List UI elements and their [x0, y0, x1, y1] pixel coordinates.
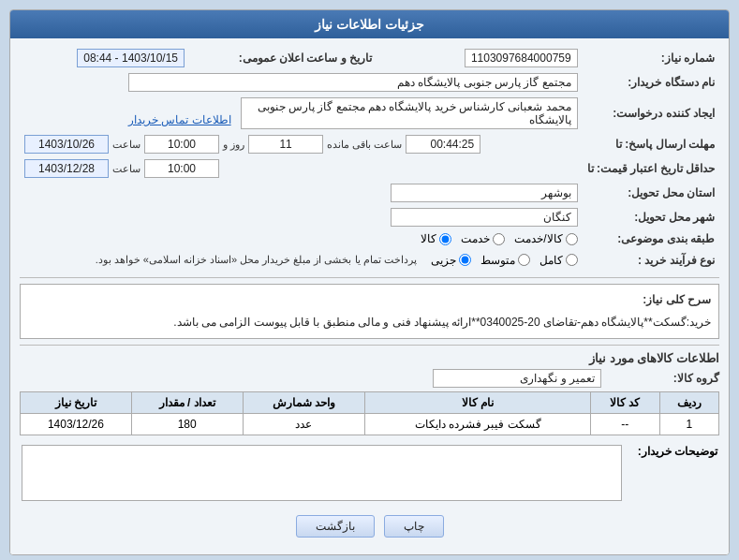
table-row: 1 -- گسکت فیبر فشرده دایکات عدد 180 1403… — [21, 413, 719, 435]
tabaqe-kala-khidmat[interactable]: کالا/خدمت — [514, 232, 577, 245]
navoe-kamil[interactable]: کامل — [539, 254, 578, 267]
sarj-text: خرید:گسکت**پالایشگاه دهم-تقاضای 20-03400… — [28, 313, 711, 332]
navoe-note: پرداخت تمام یا بخشی از مبلغ خریدار محل «… — [91, 251, 421, 269]
tabaqe-khidmat[interactable]: خدمت — [461, 232, 505, 245]
items-table: ردیف کد کالا نام کالا واحد شمارش تعداد /… — [20, 391, 719, 435]
divider-2 — [20, 345, 719, 346]
shomare-niaz-value: 1103097684000759 — [465, 49, 578, 67]
print-button[interactable]: چاپ — [384, 515, 444, 538]
radio-kala[interactable] — [439, 233, 451, 245]
radio-motevaset[interactable] — [518, 254, 530, 266]
tozih-textarea[interactable] — [22, 445, 622, 501]
tabaqe-kala[interactable]: کالا — [421, 232, 451, 245]
navoe-jozi[interactable]: جزیی — [431, 254, 471, 267]
radio-kamil[interactable] — [566, 254, 578, 266]
tarikh-label: تاریخ و ساعت اعلان عمومی: — [189, 46, 377, 70]
navoe-motevaset[interactable]: متوسط — [480, 254, 530, 267]
roz-value: 11 — [248, 135, 323, 154]
col-nam: نام کالا — [365, 391, 591, 413]
content-area: شماره نیاز: 1103097684000759 تاریخ و ساع… — [10, 38, 729, 554]
info-table: شماره نیاز: 1103097684000759 تاریخ و ساع… — [20, 46, 719, 272]
sarj-title: سرح کلی نیاز: — [28, 290, 711, 309]
col-vahed: واحد شمارش — [243, 391, 365, 413]
row-nam: گسکت فیبر فشرده دایکات — [365, 413, 591, 435]
nam-dastgah-label: نام دستگاه خریدار: — [583, 70, 719, 95]
tozih-label: توضیحات خریدار: — [624, 445, 717, 504]
baqi-value: 00:44:25 — [406, 135, 480, 154]
items-title: اطلاعات کالاهای مورد نیاز — [20, 351, 719, 365]
ij-konande-link[interactable]: اطلاعات تماس خریدار — [128, 113, 231, 126]
hadag-tarikh-value: 1403/12/28 — [24, 159, 109, 178]
navoe-farayand-label: نوع فرآیند خرید : — [583, 248, 719, 272]
ostan-label: استان محل تحویل: — [583, 181, 719, 205]
sarj-box: سرح کلی نیاز: خرید:گسکت**پالایشگاه دهم-ت… — [20, 284, 719, 339]
radio-kala-khidmat[interactable] — [566, 233, 578, 245]
row-tarikh: 1403/12/26 — [21, 413, 132, 435]
baqi-label: ساعت باقی مانده — [327, 139, 402, 151]
page-title: جزئیات اطلاعات نیاز — [10, 10, 729, 38]
hadag-tarikh-label: حداقل تاریخ اعتبار قیمت: تا — [583, 156, 719, 181]
shomare-niaz-label: شماره نیاز: — [583, 46, 719, 70]
tozih-section: توضیحات خریدار: — [20, 443, 719, 506]
saat-ersal-label: ساعت — [112, 139, 140, 151]
col-tedaad: تعداد / مقدار — [131, 391, 243, 413]
shahr-label: شهر محل تحویل: — [583, 205, 719, 229]
ij-konande-label: ایجاد کننده درخواست: — [583, 95, 719, 132]
button-row: چاپ بازگشت — [20, 515, 719, 547]
tabaqe-label: طبقه بندی موضوعی: — [583, 229, 719, 248]
radio-khidmat[interactable] — [493, 233, 505, 245]
row-tedaad: 180 — [131, 413, 243, 435]
col-radif: ردیف — [659, 391, 718, 413]
ostan-value: بوشهر — [391, 184, 578, 202]
back-button[interactable]: بازگشت — [296, 515, 375, 538]
hadag-saat-value: 10:00 — [144, 159, 219, 178]
tarikh-value: 1403/10/15 - 08:44 — [77, 49, 185, 67]
saat-ersal-value: 10:00 — [144, 135, 219, 154]
navoe-group: کامل متوسط جزیی — [431, 254, 578, 267]
group-row: گروه کالا: تعمیر و نگهداری — [20, 369, 719, 388]
shahr-value: کنگان — [391, 208, 578, 227]
col-tarikh: تاریخ نیاز — [21, 391, 132, 413]
group-label: گروه کالا: — [607, 372, 719, 385]
tarikh-ersal-value: 1403/10/26 — [24, 135, 109, 154]
row-kod: -- — [590, 413, 659, 435]
col-kod: کد کالا — [590, 391, 659, 413]
tabaqe-group: کالا/خدمت خدمت کالا — [24, 232, 578, 245]
hadag-saat-label: ساعت — [112, 163, 140, 175]
nam-dastgah-value: مجتمع گاز پارس جنوبی پالایشگاه دهم — [128, 73, 578, 92]
main-container: جزئیات اطلاعات نیاز شماره نیاز: 11030976… — [9, 9, 730, 555]
group-value: تعمیر و نگهداری — [433, 369, 601, 388]
mohlat-ersal-label: مهلت ارسال پاسخ: تا — [583, 132, 719, 156]
roz-label: روز و — [223, 139, 244, 151]
divider-1 — [20, 277, 719, 278]
row-radif: 1 — [659, 413, 718, 435]
row-vahed: عدد — [243, 413, 365, 435]
items-section: اطلاعات کالاهای مورد نیاز گروه کالا: تعم… — [20, 351, 719, 435]
ij-konande-value: محمد شعبانی کارشناس خرید پالایشگاه دهم م… — [241, 97, 578, 129]
radio-jozi[interactable] — [459, 254, 471, 266]
